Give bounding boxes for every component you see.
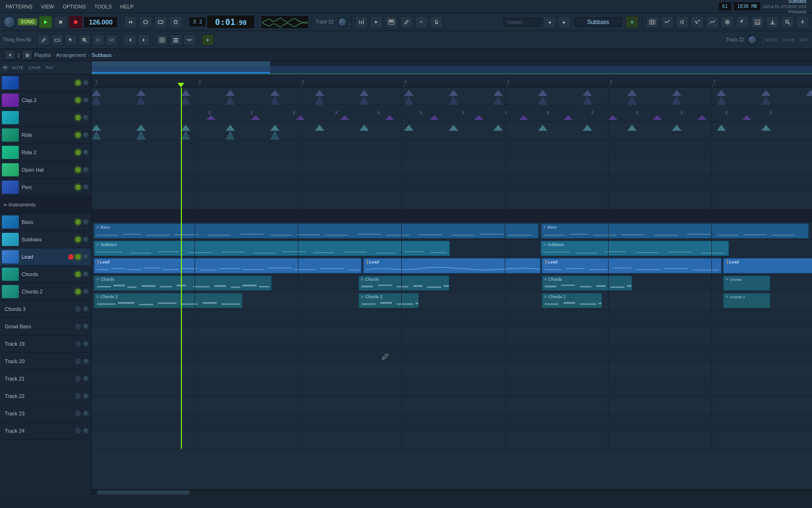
mute-tool[interactable]: M xyxy=(92,34,104,46)
chord-tab[interactable]: CHAR xyxy=(781,37,796,43)
track-ride2-volume[interactable] xyxy=(83,149,89,156)
mute-icon[interactable] xyxy=(676,16,689,28)
track-growlbass-volume[interactable] xyxy=(83,323,89,330)
track-growlbass-mute[interactable] xyxy=(75,323,81,330)
track-20-volume[interactable] xyxy=(83,358,89,365)
track-22-volume[interactable] xyxy=(83,393,89,399)
track-ride-volume[interactable] xyxy=(83,132,89,138)
chords-block-4[interactable]: ✕Chords xyxy=(723,276,770,291)
undo-icon[interactable] xyxy=(736,16,749,28)
scroll-left-btn[interactable] xyxy=(124,34,136,46)
breadcrumb-subbass[interactable]: Subbass xyxy=(92,52,112,58)
slip-edit-tool[interactable]: SE xyxy=(106,34,118,46)
track-row-19[interactable]: Track 19 xyxy=(0,335,91,353)
track-row-growlbass[interactable]: Growl Bass xyxy=(0,318,91,335)
pat-tab[interactable]: PAT xyxy=(798,37,809,43)
chords2-block-1[interactable]: ✕Chords 2 xyxy=(94,293,242,308)
track-20-mute[interactable] xyxy=(75,358,81,365)
track-1-volume[interactable] xyxy=(83,79,89,86)
track-row-21[interactable]: Track 21 xyxy=(0,370,91,388)
grid-row-21[interactable] xyxy=(92,379,812,397)
grid-row-ride[interactable] xyxy=(92,140,812,157)
grid-row-chords2[interactable]: ✕Chords 2 ✕Chords 2 xyxy=(92,292,812,310)
chords-block-2[interactable]: ✕Chords xyxy=(359,276,449,291)
lead-block-4[interactable]: ▐Lead xyxy=(723,258,812,273)
track-subbass-mute[interactable] xyxy=(75,236,81,243)
track-row-clap2[interactable]: Clap 2 xyxy=(0,92,91,109)
draw-tool[interactable] xyxy=(38,34,50,46)
grid-row-perc[interactable] xyxy=(92,192,812,209)
bars-display[interactable]: 3 2 xyxy=(189,17,205,26)
grid-row-clap2[interactable]: X X X X X X X X X X X X X X xyxy=(92,105,812,122)
track-lead-volume[interactable] xyxy=(83,254,89,260)
track-row-chords[interactable]: Chords xyxy=(0,266,91,283)
menu-item-options[interactable]: OPTIONS xyxy=(59,2,90,11)
lead-block-2[interactable]: ▐Lead xyxy=(363,258,540,273)
select-tool[interactable] xyxy=(65,34,77,46)
track-chords2-volume[interactable] xyxy=(83,288,89,295)
track-24-volume[interactable] xyxy=(83,428,89,434)
grid-row-subbass[interactable]: ✕Subbass xyxy=(92,240,812,257)
stop-button[interactable] xyxy=(54,16,67,28)
track-19-volume[interactable] xyxy=(83,341,89,347)
chords2-block-2[interactable]: ✕Chords 2 xyxy=(359,293,419,308)
plugin-next[interactable]: ▸ xyxy=(558,16,571,28)
track-3-mute[interactable] xyxy=(75,114,81,121)
track-knob-main[interactable] xyxy=(747,35,757,45)
track-chords-mute[interactable] xyxy=(75,271,81,278)
track-row-22[interactable]: Track 22 xyxy=(0,388,91,405)
mixer-icon[interactable] xyxy=(355,16,368,28)
track-row-instruments[interactable]: Instruments xyxy=(0,196,91,214)
track-row-23[interactable]: Track 23 xyxy=(0,405,91,422)
grid-view-btn[interactable] xyxy=(156,34,168,46)
cpu-icon[interactable] xyxy=(169,16,182,28)
track-row-ride[interactable]: Ride xyxy=(0,127,91,144)
track-21-mute[interactable] xyxy=(75,375,81,382)
master-knob[interactable] xyxy=(3,16,16,29)
grid-row-3[interactable] xyxy=(92,122,812,140)
chords2-block-4[interactable]: ✕Chords 2 xyxy=(723,293,770,308)
track-ride-mute[interactable] xyxy=(75,132,81,138)
bpm-display[interactable]: 126.000 xyxy=(84,17,117,27)
add-track-btn[interactable]: + xyxy=(202,34,214,46)
track-subbass-volume[interactable] xyxy=(83,236,89,243)
track-row-bass[interactable]: Bass xyxy=(0,214,91,231)
chords-block-3[interactable]: ✕Chords xyxy=(542,276,632,291)
menu-item-view[interactable]: VIEW xyxy=(37,2,58,11)
piano-roll-icon[interactable] xyxy=(691,16,704,28)
plugin-dropdown[interactable]: (none) xyxy=(503,18,541,26)
breadcrumb-arrangement[interactable]: Arrangement xyxy=(56,52,86,58)
track-23-volume[interactable] xyxy=(83,410,89,417)
scroll-thumb[interactable] xyxy=(96,490,190,495)
track-perc-mute[interactable] xyxy=(75,184,81,190)
download-icon[interactable] xyxy=(796,16,809,28)
grid-row-ride2[interactable] xyxy=(92,157,812,175)
note-tab[interactable]: NOTE xyxy=(764,37,779,43)
grid-row-19[interactable] xyxy=(92,344,812,362)
track-lead-record[interactable] xyxy=(68,254,74,260)
erase-tool[interactable] xyxy=(51,34,63,46)
export-icon[interactable] xyxy=(766,16,779,28)
lead-block-3[interactable]: ▐Lead xyxy=(542,258,721,273)
track-row-lead[interactable]: Lead xyxy=(0,248,91,266)
grid-row-20[interactable] xyxy=(92,362,812,379)
scroll-right-btn[interactable] xyxy=(138,34,150,46)
track-clap2-mute[interactable] xyxy=(75,97,81,103)
track-chords3-volume[interactable] xyxy=(83,306,89,312)
grid-row-openhat[interactable] xyxy=(92,175,812,192)
chords2-block-3[interactable]: ✕Chords 2 xyxy=(542,293,602,308)
grid-row-growlbass[interactable] xyxy=(92,327,812,344)
add-instrument[interactable]: + xyxy=(625,16,639,28)
nav-arrow-icon[interactable]: ↕ xyxy=(17,51,20,59)
menu-item-help[interactable]: HELP xyxy=(117,2,138,11)
stamp-icon[interactable] xyxy=(430,16,443,28)
track-clap2-volume[interactable] xyxy=(83,97,89,103)
menu-item-patterns[interactable]: PATTERNS xyxy=(2,2,36,11)
track-chords2-mute[interactable] xyxy=(75,288,81,295)
subbass-block-1[interactable]: ✕Subbass xyxy=(94,241,450,256)
grid-row-chords[interactable]: ✕Chords xyxy=(92,275,812,292)
track-row-openhat[interactable]: Open Hat xyxy=(0,161,91,179)
horizontal-scrollbar[interactable] xyxy=(92,489,812,495)
record-button[interactable] xyxy=(69,16,82,28)
piano-icon[interactable] xyxy=(385,16,398,28)
